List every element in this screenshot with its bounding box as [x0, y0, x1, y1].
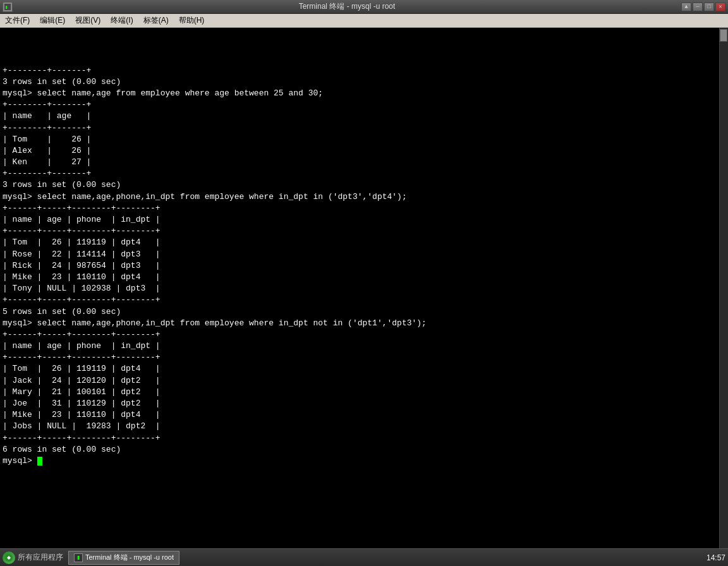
terminal-line: +--------+-------+ — [3, 168, 715, 179]
terminal-line: | Mary | 21 | 100101 | dpt2 | — [3, 387, 715, 398]
terminal-line: | Rick | 24 | 987654 | dpt3 | — [3, 260, 715, 272]
terminal-line: | Jobs | NULL | 19283 | dpt2 | — [3, 421, 715, 432]
svg-text:▮: ▮ — [5, 4, 8, 10]
menu-file[interactable]: 文件(F) — [0, 14, 35, 27]
terminal-line: +------+-----+--------+--------+ — [3, 203, 715, 214]
taskbar-apps-button[interactable]: 所有应用程序 — [3, 551, 63, 564]
menu-edit[interactable]: 编辑(E) — [35, 14, 70, 27]
terminal-line: mysql> select name,age from employee whe… — [3, 88, 715, 99]
taskbar: 所有应用程序 ▮ Terminal 终端 - mysql -u root 14:… — [0, 548, 728, 566]
taskbar-clock: 14:57 — [707, 553, 725, 562]
terminal-line: +------+-----+--------+--------+ — [3, 294, 715, 306]
terminal-line: 3 rows in set (0.00 sec) — [3, 179, 715, 191]
taskbar-left: 所有应用程序 ▮ Terminal 终端 - mysql -u root — [3, 551, 179, 565]
restore-button[interactable]: □ — [704, 3, 714, 11]
menu-terminal[interactable]: 终端(I) — [106, 14, 138, 27]
apps-icon — [3, 551, 15, 564]
scrollbar-thumb[interactable] — [720, 29, 727, 42]
terminal-line: 5 rows in set (0.00 sec) — [3, 306, 715, 318]
cursor-blink — [37, 457, 42, 466]
terminal-line: +------+-----+--------+--------+ — [3, 329, 715, 340]
terminal-line: 6 rows in set (0.00 sec) — [3, 444, 715, 455]
menu-help[interactable]: 帮助(H) — [174, 14, 210, 27]
close-button[interactable]: ✕ — [715, 3, 725, 11]
terminal-lines: +--------+-------+3 rows in set (0.00 se… — [3, 65, 725, 467]
menu-view[interactable]: 视图(V) — [70, 14, 106, 27]
terminal-line: +--------+-------+ — [3, 99, 715, 111]
terminal-icon: ▮ — [74, 553, 83, 562]
title-bar: ▮ Terminal 终端 - mysql -u root ▲ — □ ✕ — [0, 0, 728, 14]
minimize-button[interactable]: ▲ — [681, 3, 691, 11]
terminal-line: | Mike | 23 | 110110 | dpt4 | — [3, 272, 715, 283]
terminal-line: +--------+-------+ — [3, 65, 715, 76]
terminal-line: | Tom | 26 | — [3, 134, 715, 145]
terminal-area[interactable]: +--------+-------+3 rows in set (0.00 se… — [0, 28, 728, 548]
terminal-line: | name | age | phone | in_dpt | — [3, 340, 715, 352]
terminal-line: | Mike | 23 | 110110 | dpt4 | — [3, 409, 715, 421]
scrollbar[interactable] — [719, 28, 728, 548]
terminal-line: | Tony | NULL | 102938 | dpt3 | — [3, 283, 715, 294]
terminal-line: mysql> select name,age,phone,in_dpt from… — [3, 318, 715, 329]
terminal-line: mysql> select name,age,phone,in_dpt from… — [3, 191, 715, 203]
title-bar-buttons: ▲ — □ ✕ — [681, 3, 725, 11]
terminal-line: +--------+-------+ — [3, 123, 715, 134]
terminal-line: | Jack | 24 | 120120 | dpt2 | — [3, 375, 715, 387]
terminal-line: +------+-----+--------+--------+ — [3, 433, 715, 444]
taskbar-terminal-label: Terminal 终端 - mysql -u root — [85, 553, 174, 562]
title-bar-left: ▮ — [3, 2, 13, 12]
terminal-line: | name | age | phone | in_dpt | — [3, 214, 715, 226]
terminal-line: 3 rows in set (0.00 sec) — [3, 76, 715, 88]
terminal-line: +------+-----+--------+--------+ — [3, 226, 715, 237]
terminal-line: | Tom | 26 | 119119 | dpt4 | — [3, 237, 715, 248]
title-bar-app-icon: ▮ — [3, 2, 13, 12]
terminal-line: | Tom | 26 | 119119 | dpt4 | — [3, 363, 715, 375]
title-bar-title: Terminal 终端 - mysql -u root — [13, 1, 681, 12]
apps-label: 所有应用程序 — [18, 552, 63, 563]
terminal-line: +------+-----+--------+--------+ — [3, 352, 715, 363]
maximize-button[interactable]: — — [693, 3, 703, 11]
terminal-line: | Ken | 27 | — [3, 157, 715, 168]
menu-tags[interactable]: 标签(A) — [138, 14, 174, 27]
terminal-line: mysql> — [3, 455, 715, 467]
taskbar-terminal-button[interactable]: ▮ Terminal 终端 - mysql -u root — [68, 551, 179, 565]
terminal-line: | Joe | 31 | 110129 | dpt2 | — [3, 398, 715, 409]
menu-bar: 文件(F) 编辑(E) 视图(V) 终端(I) 标签(A) 帮助(H) — [0, 14, 728, 28]
terminal-line: | Rose | 22 | 114114 | dpt3 | — [3, 249, 715, 260]
terminal-line: | Alex | 26 | — [3, 145, 715, 157]
terminal-line: | name | age | — [3, 111, 715, 122]
